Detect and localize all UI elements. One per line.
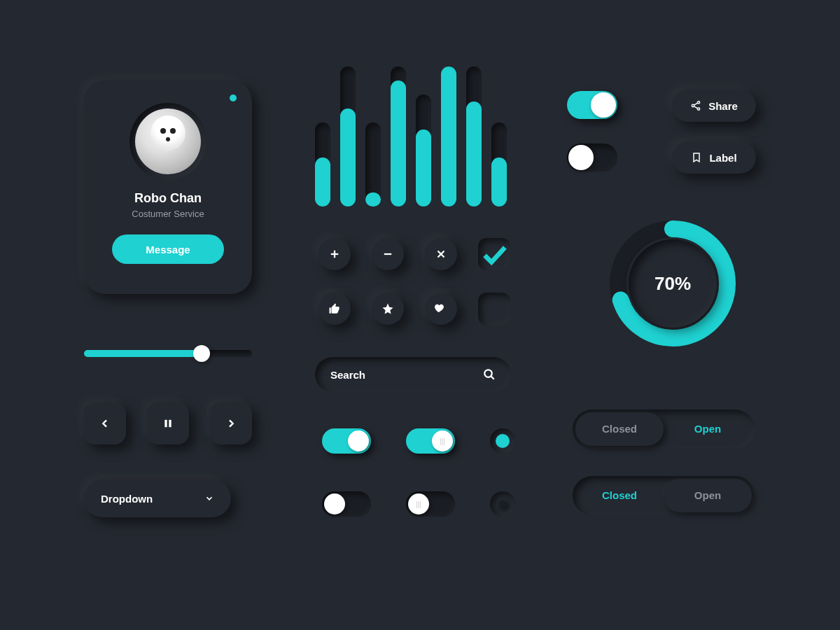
svg-point-1 [692, 104, 694, 106]
share-label: Share [708, 100, 738, 112]
eq-bar-fill [365, 192, 381, 206]
svg-point-2 [697, 108, 699, 110]
segment-closed[interactable]: Closed [575, 412, 664, 446]
eq-bar-fill [391, 80, 406, 206]
segment-open[interactable]: Open [664, 479, 752, 512]
status-indicator [230, 94, 237, 102]
radio-checked[interactable] [490, 428, 515, 454]
toggle-small-off[interactable] [322, 491, 371, 517]
svg-line-3 [694, 103, 698, 105]
toggle-knob: ||| [432, 430, 453, 451]
plus-button[interactable] [318, 238, 351, 270]
minus-button[interactable] [372, 238, 404, 270]
check-icon [478, 238, 510, 270]
profile-name: Robo Chan [98, 191, 238, 206]
radio-unchecked[interactable] [490, 491, 515, 517]
dropdown[interactable]: Dropdown [84, 479, 231, 517]
svg-point-0 [697, 102, 699, 104]
profile-card: Robo Chan Costumer Service Message [84, 80, 252, 294]
segment-control-1: Closed Open [573, 410, 755, 449]
dropdown-label: Dropdown [101, 493, 153, 505]
heart-icon [435, 302, 447, 315]
bookmark-icon [691, 152, 702, 163]
toggle-large-off[interactable] [567, 144, 617, 172]
eq-bar [391, 66, 406, 206]
eq-bar-fill [340, 108, 356, 206]
close-button[interactable] [425, 238, 457, 270]
plus-icon [328, 248, 341, 260]
minus-icon [382, 248, 394, 260]
avatar [135, 108, 201, 174]
eq-bar [365, 122, 381, 206]
profile-role: Costumer Service [98, 209, 238, 219]
radial-label: 70% [606, 217, 739, 350]
eq-bar [416, 94, 431, 206]
toggle-large-on[interactable] [567, 91, 617, 119]
svg-point-10 [484, 370, 492, 377]
label-label: Label [709, 152, 736, 164]
label-button[interactable]: Label [672, 141, 756, 174]
svg-line-4 [694, 106, 698, 108]
toggle-small-off-bars[interactable]: ||| [406, 491, 455, 517]
check-box-empty[interactable] [478, 293, 510, 325]
star-icon [382, 302, 394, 315]
slider-fill [84, 350, 202, 357]
share-icon [690, 100, 701, 111]
toggle-knob [568, 145, 594, 170]
toggle-grid: ||| ||| [322, 420, 532, 525]
slider-handle[interactable] [193, 345, 210, 362]
eq-bar [340, 66, 356, 206]
search-icon [483, 368, 496, 381]
segment-closed[interactable]: Closed [575, 479, 664, 512]
thumbs-up-icon [328, 302, 341, 315]
eq-bar-fill [441, 66, 456, 206]
avatar-container [130, 103, 206, 180]
svg-rect-14 [169, 420, 171, 428]
slider[interactable] [84, 350, 252, 357]
toggle-knob [591, 92, 616, 118]
toggle-knob [324, 493, 345, 514]
eq-bar [491, 122, 507, 206]
pause-icon [162, 418, 174, 429]
media-controls [84, 402, 252, 444]
toggle-knob: ||| [408, 493, 429, 514]
eq-bar [441, 66, 456, 206]
next-button[interactable] [210, 402, 252, 444]
share-button[interactable]: Share [672, 90, 756, 122]
chevron-right-icon [225, 418, 237, 429]
icon-button-row-2 [318, 293, 510, 325]
search-input[interactable]: Search [315, 357, 511, 392]
heart-button[interactable] [425, 293, 457, 325]
eq-bar-fill [466, 102, 482, 206]
eq-bar-fill [491, 158, 507, 206]
check-box-checked[interactable] [478, 238, 510, 270]
toggle-knob [348, 430, 369, 451]
segment-open[interactable]: Open [664, 412, 752, 446]
prev-button[interactable] [84, 402, 126, 444]
like-button[interactable] [318, 293, 351, 325]
chevron-down-icon [204, 493, 214, 503]
segment-control-2: Closed Open [573, 476, 755, 515]
star-button[interactable] [372, 293, 404, 325]
message-button[interactable]: Message [112, 234, 224, 264]
toggle-small-on-bars[interactable]: ||| [406, 428, 455, 454]
svg-rect-13 [164, 420, 167, 428]
pause-button[interactable] [147, 402, 189, 444]
eq-bar-fill [315, 158, 330, 206]
search-placeholder: Search [330, 369, 365, 381]
close-icon [435, 248, 447, 260]
chevron-left-icon [99, 418, 111, 429]
eq-bar-fill [416, 130, 431, 206]
eq-bar [466, 66, 482, 206]
radial-progress: 70% [606, 217, 739, 350]
equalizer-chart [315, 66, 507, 206]
toggle-small-on[interactable] [322, 428, 371, 454]
icon-button-row-1 [318, 238, 510, 270]
eq-bar [315, 122, 330, 206]
svg-line-11 [491, 376, 494, 379]
